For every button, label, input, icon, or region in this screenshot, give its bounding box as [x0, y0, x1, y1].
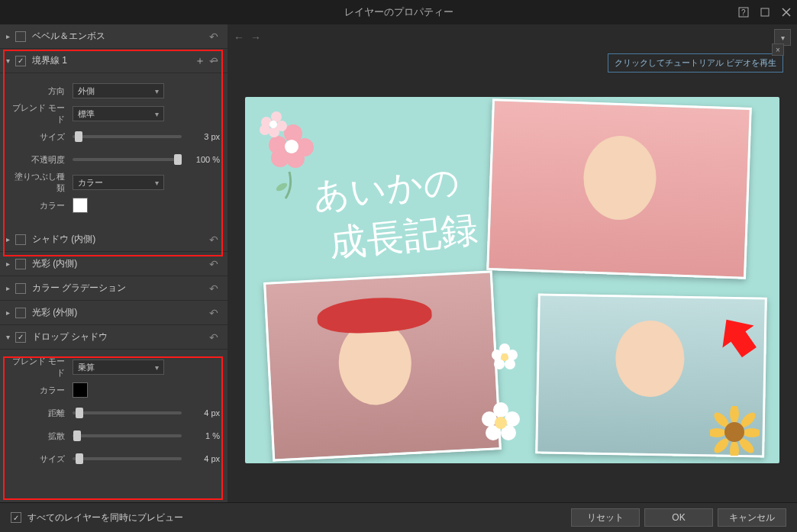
dropshadow-body: ブレンド モード 乗算 カラー 距離 4 px 拡散 1 %	[0, 350, 227, 481]
preview-all-checkbox[interactable]	[11, 512, 21, 523]
svg-rect-2	[761, 8, 769, 16]
flower-icon	[489, 341, 520, 372]
section-gradient[interactable]: ▸ カラー グラデーション ↶	[0, 276, 227, 301]
opacity-label: 不透明度	[8, 154, 73, 166]
svg-point-36	[710, 428, 726, 437]
undo-icon[interactable]: ↶	[209, 331, 223, 343]
blendmode-dropdown[interactable]: 標準	[73, 106, 164, 121]
title-text-graphic: あいかの 成長記録	[291, 143, 505, 285]
chevron-down-icon: ▾	[6, 56, 15, 65]
section-drop-shadow[interactable]: ▾ ドロップ シャドウ ↶	[0, 325, 227, 350]
undo-icon[interactable]: ↶	[209, 31, 223, 43]
undo-icon[interactable]: ↶	[209, 307, 223, 319]
section-label: 光彩 (外側)	[32, 306, 221, 319]
svg-point-14	[269, 121, 277, 128]
ds-blend-label: ブレンド モード	[8, 356, 73, 379]
svg-point-34	[730, 441, 739, 456]
checkbox-bevel[interactable]	[15, 31, 26, 42]
flower-icon	[478, 398, 524, 444]
photo-top-right	[486, 98, 752, 279]
close-icon[interactable]	[776, 2, 797, 23]
properties-panel: ▸ ベベル＆エンボス ↶ ▾ 境界線 1 ＋ － ↶ 方向 外側 ブレンド モー…	[0, 24, 227, 502]
svg-point-22	[482, 411, 497, 427]
svg-point-29	[501, 353, 508, 361]
ds-size-slider[interactable]	[73, 457, 182, 460]
svg-point-38	[724, 422, 744, 442]
nav-back-icon[interactable]: ←	[234, 31, 244, 44]
undo-icon[interactable]: ↶	[209, 234, 223, 246]
ok-button[interactable]: OK	[644, 508, 713, 527]
section-label: 境界線 1	[32, 54, 194, 67]
ds-distance-label: 距離	[8, 408, 73, 419]
direction-dropdown[interactable]: 外側	[73, 83, 164, 98]
window-title: レイヤーのプロパティー	[344, 5, 453, 19]
chevron-right-icon: ▸	[6, 32, 15, 40]
svg-text:あいかの: あいかの	[311, 161, 461, 216]
ds-color-swatch[interactable]	[73, 382, 88, 398]
svg-text:成長記録: 成長記録	[327, 208, 480, 264]
section-label: ベベル＆エンボス	[32, 30, 221, 43]
tooltip-close-icon[interactable]: ×	[772, 44, 784, 56]
tooltip-text: クリックしてチュートリアル ビデオを再生	[615, 58, 776, 67]
ds-blendmode-dropdown[interactable]: 乗算	[73, 360, 164, 375]
reset-button[interactable]: リセット	[571, 508, 640, 527]
direction-label: 方向	[8, 85, 73, 97]
ds-color-label: カラー	[8, 385, 73, 396]
svg-point-30	[730, 406, 739, 423]
checkbox-outer-glow[interactable]	[15, 308, 26, 318]
checkbox-border[interactable]	[15, 56, 26, 66]
section-label: カラー グラデーション	[32, 282, 221, 295]
checkbox-inner-glow[interactable]	[15, 259, 26, 269]
undo-icon[interactable]: ↶	[209, 258, 223, 270]
section-inner-glow[interactable]: ▸ 光彩 (内側) ↶	[0, 252, 227, 276]
cancel-button[interactable]: キャンセル	[718, 508, 786, 527]
section-inner-shadow[interactable]: ▸ シャドウ (内側) ↶	[0, 227, 227, 252]
size-label: サイズ	[8, 131, 73, 143]
maximize-icon[interactable]	[754, 2, 776, 23]
chevron-down-icon: ▾	[6, 333, 15, 341]
section-bevel[interactable]: ▸ ベベル＆エンボス ↶	[0, 24, 227, 49]
svg-point-23	[495, 417, 507, 429]
preview-panel: ← → ▾ クリックしてチュートリアル ビデオを再生 × あいかの	[227, 24, 797, 502]
sunflower-icon	[710, 406, 760, 456]
section-label: ドロップ シャドウ	[32, 330, 221, 343]
ds-spread-slider[interactable]	[73, 434, 182, 437]
undo-icon[interactable]: ↶	[209, 55, 223, 67]
svg-point-19	[505, 411, 520, 427]
ds-spread-label: 拡散	[8, 430, 73, 442]
svg-point-7	[271, 149, 289, 167]
chevron-right-icon: ▸	[6, 308, 15, 317]
border-body: 方向 外側 ブレンド モード 標準 サイズ 3 px 不透明度 100 %	[0, 73, 227, 227]
svg-point-13	[260, 124, 270, 135]
ds-spread-value: 1 %	[189, 431, 220, 440]
undo-icon[interactable]: ↶	[209, 282, 223, 295]
preview-canvas: あいかの 成長記録	[245, 97, 779, 463]
chevron-right-icon: ▸	[6, 260, 15, 268]
section-label: シャドウ (内側)	[32, 233, 221, 246]
ds-size-label: サイズ	[8, 453, 73, 465]
add-icon[interactable]: ＋	[194, 55, 206, 67]
nav-forward-icon[interactable]: →	[250, 31, 261, 44]
svg-point-10	[271, 111, 282, 122]
filltype-label: 塗りつぶし種類	[8, 171, 73, 194]
tutorial-tooltip[interactable]: クリックしてチュートリアル ビデオを再生 ×	[608, 53, 783, 73]
opacity-value: 100 %	[189, 155, 220, 164]
annotation-arrow-icon	[716, 314, 760, 359]
filltype-dropdown[interactable]: カラー	[73, 175, 164, 190]
opacity-slider[interactable]	[73, 158, 182, 161]
size-slider[interactable]	[73, 135, 182, 138]
svg-point-32	[743, 428, 760, 437]
checkbox-gradient[interactable]	[15, 283, 26, 294]
ds-distance-slider[interactable]	[73, 411, 182, 414]
border-color-swatch[interactable]	[73, 198, 88, 213]
chevron-right-icon: ▸	[6, 235, 15, 243]
svg-text:?: ?	[741, 8, 746, 17]
help-icon[interactable]: ?	[733, 2, 754, 23]
ds-size-value: 4 px	[189, 454, 220, 463]
checkbox-inner-shadow[interactable]	[15, 234, 26, 245]
titlebar: レイヤーのプロパティー ?	[0, 0, 797, 24]
preview-all-label: すべてのレイヤーを同時にプレビュー	[27, 511, 183, 524]
section-outer-glow[interactable]: ▸ 光彩 (外側) ↶	[0, 301, 227, 325]
section-border[interactable]: ▾ 境界線 1 ＋ － ↶	[0, 49, 227, 73]
checkbox-drop-shadow[interactable]	[15, 332, 26, 343]
